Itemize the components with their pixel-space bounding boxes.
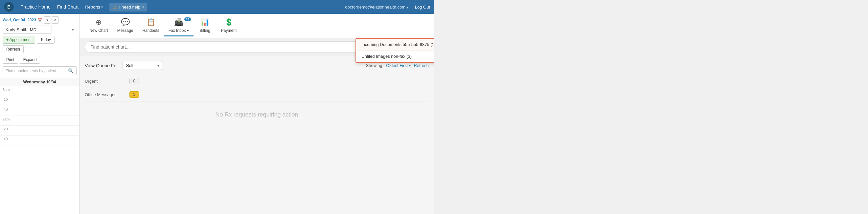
payment-label: Payment bbox=[221, 28, 237, 33]
doctor-select-wrapper: Karly Smith, MD bbox=[3, 26, 76, 34]
message-icon: 💬 bbox=[121, 18, 130, 27]
fax-dropdown-item-unfiled[interactable]: Unfiled Images non-fax (3) bbox=[356, 50, 434, 62]
nav-reports[interactable]: Reports ▾ bbox=[85, 5, 103, 9]
time-slot-740: :40 bbox=[0, 136, 79, 145]
billing-label: Billing bbox=[200, 28, 210, 33]
next-date-button[interactable]: > bbox=[52, 16, 59, 24]
new-chart-label: New Chart bbox=[89, 28, 108, 33]
prev-date-button[interactable]: < bbox=[44, 16, 51, 24]
logout-button[interactable]: Log Out bbox=[415, 5, 430, 9]
view-queue-label: View Queue For: bbox=[85, 63, 119, 68]
icon-bar: ⊕ New Chart 💬 Message 📋 Handouts 📠 15 bbox=[80, 14, 434, 38]
queue-left: View Queue For: Self bbox=[85, 61, 162, 70]
nav-practice-home[interactable]: Practice Home bbox=[20, 4, 51, 9]
fax-icon: 📠 bbox=[174, 18, 183, 27]
nav-help[interactable]: ⚠ I need help ▾ bbox=[110, 3, 147, 11]
sidebar-secondary-buttons: Print Expand bbox=[3, 56, 76, 64]
today-button[interactable]: Today bbox=[37, 36, 55, 44]
payment-icon: 💲 bbox=[224, 18, 233, 27]
time-slot-640: :40 bbox=[0, 106, 79, 116]
queue-select[interactable]: Self bbox=[123, 61, 162, 70]
sidebar-refresh-button[interactable]: Refresh bbox=[3, 45, 24, 53]
office-messages-label: Office Messages bbox=[85, 92, 124, 97]
calendar-icon[interactable]: 📅 bbox=[37, 18, 42, 22]
appointment-search-button[interactable]: 🔍 bbox=[65, 67, 76, 75]
handouts-icon: 📋 bbox=[147, 18, 155, 27]
fax-dropdown: Incoming Documents 555-555-9875 (12) Unf… bbox=[355, 38, 434, 63]
handouts-label: Handouts bbox=[142, 28, 159, 33]
warning-icon: ⚠ bbox=[113, 4, 117, 10]
no-rx-message: No Rx requests requiring action bbox=[85, 98, 429, 131]
fax-badge: 15 bbox=[184, 17, 191, 21]
showing-value[interactable]: Oldest First ▾ bbox=[386, 63, 411, 68]
stat-row-urgent: Urgent 0 bbox=[85, 74, 429, 88]
urgent-badge: 0 bbox=[129, 78, 139, 84]
date-nav-arrows: < > bbox=[44, 16, 59, 24]
showing-row: Showing: Oldest First ▾ Refresh bbox=[366, 63, 429, 68]
billing-icon: 📊 bbox=[200, 18, 209, 27]
payment-button[interactable]: 💲 Payment bbox=[217, 15, 241, 36]
doctor-select[interactable]: Karly Smith, MD bbox=[3, 26, 52, 34]
showing-label: Showing: bbox=[366, 63, 383, 68]
fax-inbox-label: Fax Inbox ▾ bbox=[168, 28, 189, 33]
urgent-label: Urgent bbox=[85, 79, 124, 84]
top-navigation: E Practice Home Find Chart Reports ▾ ⚠ I… bbox=[0, 0, 434, 14]
fax-chevron-icon: ▾ bbox=[187, 28, 189, 33]
appointment-search-input[interactable] bbox=[3, 67, 65, 75]
user-email[interactable]: doctordemo@elationhealth.com ▾ bbox=[345, 5, 408, 9]
calendar-times: 6am :20 :40 7am :20 :40 bbox=[0, 86, 79, 214]
sidebar-top: Wed, Oct 04, 2023 📅 < > Karly Smith, MD … bbox=[0, 14, 79, 78]
sidebar: Wed, Oct 04, 2023 📅 < > Karly Smith, MD … bbox=[0, 14, 80, 214]
no-rx-area: No Rx requests requiring action bbox=[85, 101, 429, 128]
sidebar-action-buttons: + Appointment Today Refresh bbox=[3, 36, 76, 53]
main-refresh-button[interactable]: Refresh bbox=[414, 63, 429, 68]
fax-inbox-button[interactable]: 📠 15 Fax Inbox ▾ bbox=[164, 15, 193, 36]
fax-area: View Queue For: Self Showing: Oldest Fir… bbox=[80, 56, 434, 214]
calendar-header: Wednesday 10/04 bbox=[0, 78, 79, 86]
expand-button[interactable]: Expand bbox=[20, 56, 40, 64]
reports-chevron-icon: ▾ bbox=[101, 5, 103, 9]
message-button[interactable]: 💬 Message bbox=[113, 15, 138, 36]
showing-chevron-icon: ▾ bbox=[409, 63, 411, 68]
handouts-button[interactable]: 📋 Handouts bbox=[138, 15, 164, 36]
queue-select-wrapper: Self bbox=[123, 61, 162, 70]
current-date: Wed, Oct 04, 2023 bbox=[3, 18, 36, 22]
sidebar-date-row: Wed, Oct 04, 2023 📅 < > bbox=[3, 16, 76, 24]
help-chevron-icon: ▾ bbox=[142, 5, 144, 9]
app-logo[interactable]: E bbox=[4, 2, 14, 12]
nav-find-chart[interactable]: Find Chart bbox=[57, 4, 79, 9]
main-content: ⊕ New Chart 💬 Message 📋 Handouts 📠 15 bbox=[80, 14, 434, 214]
time-slot-7am: 7am bbox=[0, 116, 79, 126]
new-chart-icon: ⊕ bbox=[96, 18, 101, 27]
time-slot-620: :20 bbox=[0, 96, 79, 106]
time-slot-6am: 6am bbox=[0, 86, 79, 96]
stats-section: Urgent 0 Office Messages 1 bbox=[85, 74, 429, 101]
message-label: Message bbox=[117, 28, 133, 33]
main-layout: Wed, Oct 04, 2023 📅 < > Karly Smith, MD … bbox=[0, 14, 434, 214]
user-chevron-icon: ▾ bbox=[407, 6, 408, 9]
icon-bar-wrapper: ⊕ New Chart 💬 Message 📋 Handouts 📠 15 bbox=[80, 14, 434, 38]
new-chart-button[interactable]: ⊕ New Chart bbox=[85, 15, 113, 36]
time-slot-720: :20 bbox=[0, 126, 79, 136]
fax-dropdown-item-incoming[interactable]: Incoming Documents 555-555-9875 (12) bbox=[356, 39, 434, 50]
billing-button[interactable]: 📊 Billing bbox=[193, 15, 217, 36]
office-messages-badge: 1 bbox=[129, 91, 139, 98]
appointment-search-row: 🔍 bbox=[3, 66, 76, 75]
add-appointment-button[interactable]: + Appointment bbox=[3, 36, 35, 44]
print-button[interactable]: Print bbox=[3, 56, 18, 64]
